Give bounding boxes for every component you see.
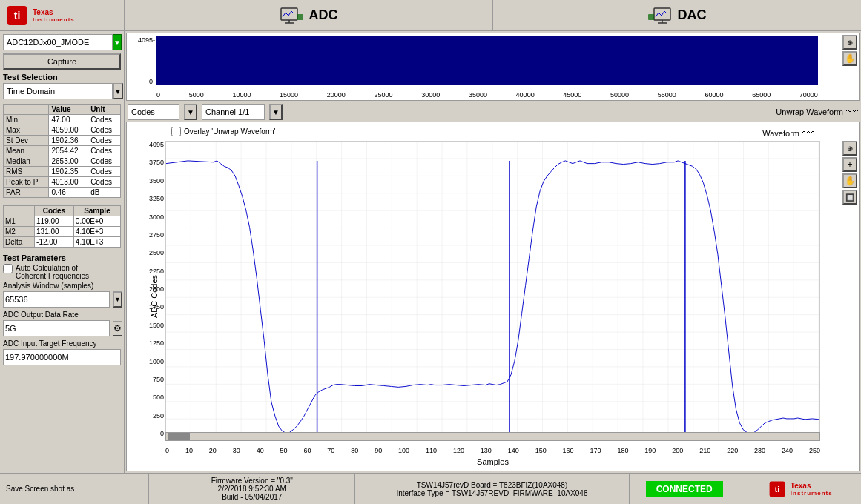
ti-logo-icon: ti (6, 4, 28, 27)
scrollbar-thumb[interactable] (168, 433, 190, 440)
device-selector: ▼ (3, 34, 121, 50)
mini-chart: 4095- 0- 0 5000 10000 15000 20000 25000 … (126, 33, 860, 101)
x-axis-tick: 190 (644, 447, 656, 454)
device-dropdown-btn[interactable]: ▼ (113, 34, 122, 50)
stats-row: RMS 1902.35 Codes (4, 167, 121, 177)
waveform-label-text: Waveform (762, 129, 799, 138)
stat-value: 2054.42 (49, 146, 88, 156)
mini-y-min: 0- (128, 78, 155, 85)
stat-unit: Codes (88, 115, 121, 125)
marker-row: M1 119.00 0.00E+0 (4, 216, 121, 227)
chart-scrollbar[interactable] (165, 432, 820, 441)
target-freq-input[interactable] (3, 349, 121, 365)
output-rate-input[interactable] (3, 320, 110, 336)
x-axis-tick: 240 (782, 447, 793, 454)
main-content: ▼ Capture Test Selection ▼ Value Unit Mi… (0, 31, 861, 473)
x-axis-tick: 110 (426, 447, 437, 454)
status-left: Save Screen shot as (0, 474, 149, 504)
x-axis-tick: 10 (185, 447, 193, 454)
stat-label: Peak to P (4, 177, 49, 188)
x-axis-tick: 220 (727, 447, 738, 454)
svg-text:ti: ti (14, 10, 21, 21)
marker-sample: 0.00E+0 (73, 216, 120, 227)
dac-tab[interactable]: DAC (493, 0, 861, 30)
y-axis-tick: 2250 (142, 268, 164, 275)
stats-header-value: Value (49, 105, 88, 115)
gear-button[interactable]: ⚙ (113, 321, 122, 336)
stats-row: Median 2653.00 Codes (4, 156, 121, 167)
device-input[interactable] (3, 34, 113, 50)
y-axis-tick: 3000 (142, 213, 164, 221)
stats-row: Min 47.00 Codes (4, 115, 121, 125)
mini-y-max: 4095- (128, 36, 155, 44)
mini-cursor-btn[interactable]: ⊕ (842, 35, 857, 50)
x-axis-tick: 130 (481, 447, 492, 454)
x-axis-tick: 60 (303, 447, 311, 454)
y-axis-tick: 750 (142, 376, 164, 383)
target-freq-label: ADC Input Target Frequency (3, 339, 121, 348)
mini-y-axis: 4095- 0- (128, 36, 155, 85)
waveform-icon: 〰 (802, 127, 814, 140)
coherent-label: Coherent Frequencies (16, 272, 89, 280)
capture-button[interactable]: Capture (3, 53, 121, 70)
unwrap-waveform-row: Unwrap Waveform 〰 (776, 105, 858, 119)
y-axis-tick: 4095 (142, 141, 164, 148)
codes-dropdown-btn[interactable]: ▼ (184, 104, 197, 120)
overlay-checkbox[interactable] (171, 127, 181, 136)
adc-label: ADC (309, 7, 338, 23)
main-hand-btn[interactable]: ✋ (842, 173, 857, 188)
auto-calc-checkbox[interactable] (3, 264, 13, 273)
x-axis-tick: 250 (809, 447, 820, 454)
x-axis-tick: 50 (280, 447, 288, 454)
mini-chart-controls: ⊕ ✋ (842, 35, 857, 66)
y-axis-tick: 1000 (142, 358, 164, 365)
build-label: Build - 05/04/2017 (222, 493, 282, 501)
stat-label: RMS (4, 167, 49, 177)
main-plus-btn[interactable]: + (842, 157, 857, 172)
status-bar: Save Screen shot as Firmware Version = "… (0, 473, 861, 504)
marker-codes: 131.00 (35, 227, 74, 237)
main-cursor-btn[interactable]: ⊕ (842, 141, 857, 156)
connected-badge: CONNECTED (646, 481, 723, 497)
status-center-right: TSW14J57revD Board = T823BFIZ(10AX048) I… (355, 474, 630, 504)
y-axis-tick: 1750 (142, 303, 164, 311)
stats-header-unit: Unit (88, 105, 121, 115)
channel-dropdown-btn[interactable]: ▼ (269, 104, 283, 120)
stat-value: 4013.00 (49, 177, 88, 188)
dac-label: DAC (678, 7, 707, 23)
stat-value: 1902.35 (49, 167, 88, 177)
time-domain-dropdown-btn[interactable]: ▼ (113, 83, 123, 99)
x-axis-tick: 70 (327, 447, 334, 454)
x-axis-tick: 0 (165, 447, 169, 454)
y-axis-tick: 1250 (142, 339, 164, 347)
waveform-label-row: Waveform 〰 (762, 127, 814, 140)
mini-hand-btn[interactable]: ✋ (842, 51, 857, 66)
stats-row: Mean 2054.42 Codes (4, 146, 121, 156)
x-axis-tick: 90 (375, 447, 382, 454)
marker-header-codes: Codes (35, 206, 74, 216)
mini-x-axis: 0 5000 10000 15000 20000 25000 30000 350… (156, 91, 818, 99)
ti-bottom-line2: Instruments (791, 490, 833, 497)
marker-row: M2 131.00 4.10E+3 (4, 227, 121, 237)
ti-bottom-line1: Texas (791, 482, 833, 490)
analysis-window-input[interactable] (3, 291, 110, 308)
adc-tab[interactable]: ADC (125, 0, 493, 30)
analysis-window-btn[interactable]: ▼ (113, 291, 122, 308)
main-zoom-btn[interactable]: 🔲 (842, 190, 857, 205)
time-domain-input[interactable] (3, 83, 113, 99)
mini-chart-fill (156, 36, 818, 85)
stat-unit: Codes (88, 167, 121, 177)
overlay-label-row: Overlay 'Unwrap Waveform' (171, 127, 275, 136)
channel-dropdown-input[interactable] (202, 104, 265, 120)
codes-dropdown-input[interactable] (128, 104, 179, 120)
marker-label: M2 (4, 227, 35, 237)
output-rate-row: ⚙ (3, 320, 121, 336)
interface-label: Interface Type = TSW14J57REVD_FIRMWARE_1… (396, 489, 587, 497)
x-axis-tick: 180 (617, 447, 628, 454)
x-axis-tick: 170 (590, 447, 601, 454)
time-domain-row: ▼ (3, 83, 121, 99)
analysis-window-row: ▼ (3, 291, 121, 308)
marker-table: Codes Sample M1 119.00 0.00E+0 M2 131.00… (3, 205, 121, 248)
x-axis-tick: 20 (209, 447, 217, 454)
marker-sample: 4.10E+3 (73, 227, 120, 237)
